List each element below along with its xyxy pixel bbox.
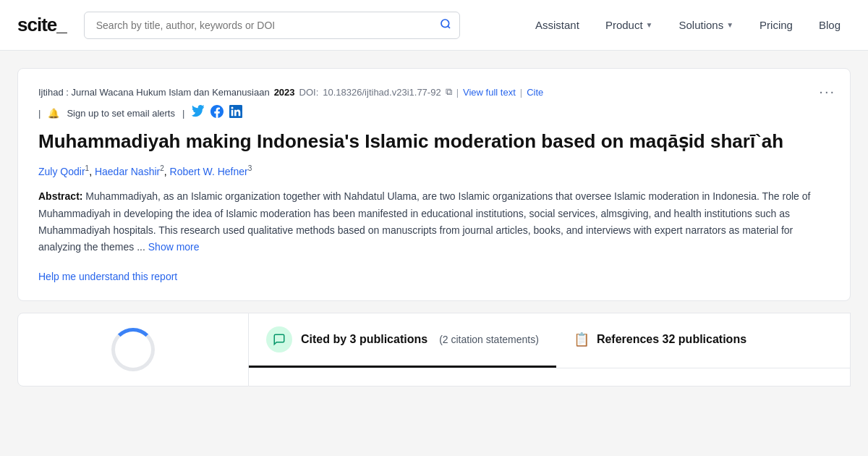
citation-bubble-icon [266, 326, 292, 352]
cited-by-tab-text: Cited by 3 publications [301, 333, 427, 346]
solutions-chevron-icon: ▼ [726, 21, 733, 29]
help-link[interactable]: Help me understand this report [38, 271, 177, 282]
references-tab[interactable]: 📋 References 32 publications [556, 313, 764, 368]
search-icon[interactable] [440, 18, 451, 33]
paper-meta: Ijtihad : Jurnal Wacana Hukum Islam dan … [38, 86, 830, 98]
svg-line-1 [448, 26, 450, 28]
tabs-row: Cited by 3 publications (2 citation stat… [249, 313, 850, 368]
references-label: References 32 publications [597, 333, 746, 346]
bottom-section: Cited by 3 publications (2 citation stat… [17, 313, 851, 387]
abstract-label: Abstract: [38, 190, 82, 202]
meta-separator2: | [520, 87, 522, 98]
citation-statements: (2 citation statements) [436, 334, 539, 345]
nav-solutions[interactable]: Solutions ▼ [668, 13, 744, 37]
more-options-button[interactable]: ··· [819, 83, 835, 100]
nav-product[interactable]: Product ▼ [595, 13, 663, 37]
copy-doi-icon[interactable]: ⧉ [446, 86, 452, 98]
nav-assistant[interactable]: Assistant [525, 13, 590, 37]
search-wrap [84, 12, 460, 39]
paper-card: ··· Ijtihad : Jurnal Wacana Hukum Islam … [17, 68, 851, 301]
references-icon: 📋 [574, 332, 590, 347]
author-3[interactable]: Robert W. Hefner [170, 165, 248, 177]
author-2-sup: 2 [160, 164, 164, 172]
linkedin-icon[interactable] [229, 105, 242, 121]
logo[interactable]: scite_ [17, 14, 67, 36]
loading-spinner [111, 328, 155, 371]
facebook-icon[interactable] [210, 105, 224, 121]
bell-icon: 🔔 [48, 108, 59, 119]
cite-link[interactable]: Cite [527, 87, 543, 98]
citations-panel: Cited by 3 publications (2 citation stat… [249, 313, 851, 387]
paper-title: Muhammadiyah making Indonesia's Islamic … [38, 130, 830, 154]
main-area: ··· Ijtihad : Jurnal Wacana Hukum Islam … [0, 51, 868, 387]
doi-label: DOI: [299, 87, 319, 98]
author-3-sup: 3 [248, 164, 252, 172]
publication-year: 2023 [274, 87, 295, 98]
search-input[interactable] [84, 12, 460, 39]
author-1[interactable]: Zuly Qodir [38, 165, 85, 177]
twitter-icon[interactable] [192, 105, 205, 121]
product-chevron-icon: ▼ [646, 21, 653, 29]
author-2[interactable]: Haedar Nashir [95, 165, 160, 177]
nav-blog[interactable]: Blog [809, 13, 851, 37]
svg-point-0 [441, 20, 449, 28]
cited-by-publications: publications [359, 333, 427, 345]
nav-links: Assistant Product ▼ Solutions ▼ Pricing … [525, 13, 851, 37]
nav-pricing[interactable]: Pricing [749, 13, 803, 37]
spinner-pane [17, 313, 249, 387]
paper-authors: Zuly Qodir1, Haedar Nashir2, Robert W. H… [38, 164, 830, 177]
view-full-text-link[interactable]: View full text [463, 87, 516, 98]
social-icons [192, 105, 242, 121]
logo-text: scite_ [17, 14, 67, 35]
author-1-sup: 1 [85, 164, 90, 172]
alert-separator: | [38, 108, 41, 119]
journal-name: Ijtihad : Jurnal Wacana Hukum Islam dan … [38, 87, 270, 98]
navbar: scite_ Assistant Product ▼ Solutions ▼ P… [0, 0, 868, 51]
abstract: Abstract: Muhammadiyah, as an Islamic or… [38, 188, 830, 255]
alert-row: | 🔔 Sign up to set email alerts | [38, 105, 830, 121]
show-more-link[interactable]: Show more [148, 241, 200, 253]
doi-value: 10.18326/ijtihad.v23i1.77-92 [323, 87, 441, 98]
cited-by-bold: Cited by 3 [301, 333, 359, 345]
cited-by-tab[interactable]: Cited by 3 publications (2 citation stat… [249, 313, 556, 368]
alert-text[interactable]: Sign up to set email alerts [67, 108, 175, 119]
meta-separator: | [456, 87, 459, 98]
alert-separator2: | [182, 108, 184, 119]
